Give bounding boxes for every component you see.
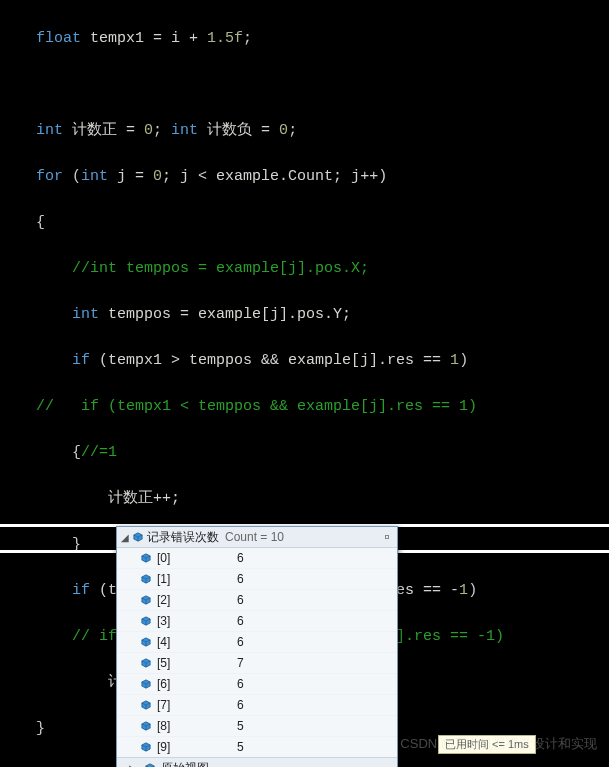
tooltip-row[interactable]: [3]6 [117, 611, 397, 632]
row-value: 6 [237, 572, 244, 586]
tooltip-row[interactable]: [6]6 [117, 674, 397, 695]
row-index: [0] [157, 551, 237, 565]
code-line: {//=1 [0, 441, 609, 464]
code-line: for (int j = 0; j < example.Count; j++) [0, 165, 609, 188]
row-index: [9] [157, 740, 237, 754]
svg-rect-2 [386, 536, 389, 539]
row-index: [1] [157, 572, 237, 586]
object-icon [141, 595, 151, 605]
object-icon [141, 742, 151, 752]
row-value: 5 [237, 740, 244, 754]
code-line: { [0, 211, 609, 234]
object-icon [141, 553, 151, 563]
tooltip-row[interactable]: [1]6 [117, 569, 397, 590]
code-line: // if (tempx1 < temppos && example[j].re… [0, 395, 609, 418]
object-icon [141, 658, 151, 668]
row-value: 6 [237, 635, 244, 649]
tooltip-row[interactable]: [2]6 [117, 590, 397, 611]
tooltip-footer: ▷ 原始视图 [117, 757, 397, 767]
object-icon [133, 532, 143, 542]
code-line: if (tempx1 > temppos && example[j].res =… [0, 349, 609, 372]
row-index: [2] [157, 593, 237, 607]
expand-icon[interactable]: ◢ [121, 532, 129, 543]
tooltip-row[interactable]: [5]7 [117, 653, 397, 674]
row-index: [7] [157, 698, 237, 712]
expand-icon[interactable]: ▷ [129, 763, 137, 768]
tooltip-row[interactable]: [4]6 [117, 632, 397, 653]
row-value: 7 [237, 656, 244, 670]
row-value: 6 [237, 593, 244, 607]
debug-tooltip[interactable]: ◢ 记录错误次数 Count = 10 [0]6[1]6[2]6[3]6[4]6… [116, 526, 398, 767]
tooltip-row[interactable]: [8]5 [117, 716, 397, 737]
row-index: [6] [157, 677, 237, 691]
code-line: //int temppos = example[j].pos.X; [0, 257, 609, 280]
tooltip-row[interactable]: [9]5 [117, 737, 397, 757]
tooltip-body: [0]6[1]6[2]6[3]6[4]6[5]7[6]6[7]6[8]5[9]5 [117, 548, 397, 757]
row-index: [3] [157, 614, 237, 628]
object-icon [145, 763, 155, 767]
row-value: 5 [237, 719, 244, 733]
code-line: float tempx1 = i + 1.5f; [0, 27, 609, 50]
object-icon [141, 574, 151, 584]
code-line: 计数正++; [0, 487, 609, 510]
row-index: [5] [157, 656, 237, 670]
pin-icon[interactable] [381, 531, 393, 543]
row-index: [4] [157, 635, 237, 649]
object-icon [141, 616, 151, 626]
object-icon [141, 679, 151, 689]
code-line [0, 73, 609, 96]
row-value: 6 [237, 677, 244, 691]
object-icon [141, 700, 151, 710]
row-value: 6 [237, 614, 244, 628]
tooltip-row[interactable]: [7]6 [117, 695, 397, 716]
tooltip-count: Count = 10 [225, 530, 381, 544]
code-line: int 计数正 = 0; int 计数负 = 0; [0, 119, 609, 142]
tooltip-title: 记录错误次数 [147, 529, 219, 546]
object-icon [141, 637, 151, 647]
code-line: int temppos = example[j].pos.Y; [0, 303, 609, 326]
watermark: CSDN @工业机器视觉设计和实现 [400, 735, 597, 753]
tooltip-row[interactable]: [0]6 [117, 548, 397, 569]
raw-view-label[interactable]: 原始视图 [161, 760, 209, 768]
row-index: [8] [157, 719, 237, 733]
object-icon [141, 721, 151, 731]
tooltip-header: ◢ 记录错误次数 Count = 10 [117, 527, 397, 548]
row-value: 6 [237, 698, 244, 712]
row-value: 6 [237, 551, 244, 565]
